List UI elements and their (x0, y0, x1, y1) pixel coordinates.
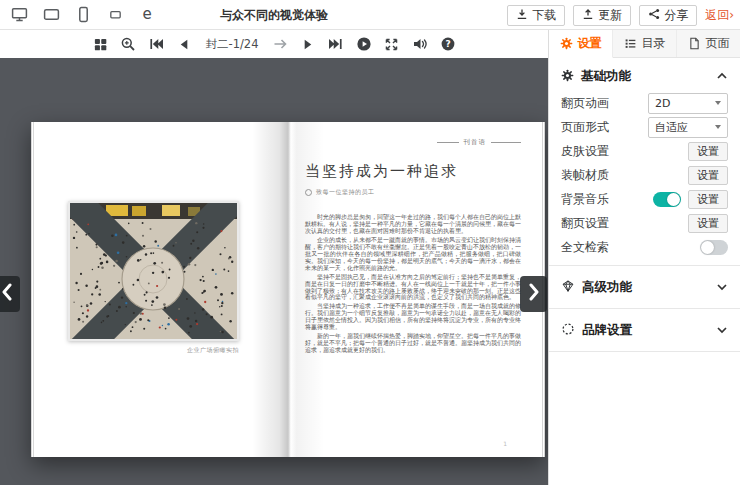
divider (549, 308, 740, 309)
plaza-photo (68, 201, 239, 341)
setting-row-page-mode: 页面形式 自适应 (561, 116, 728, 138)
zoom-in-icon[interactable] (120, 36, 137, 53)
setting-row-fulltext-search: 全文检索 (561, 236, 728, 258)
back-link[interactable]: 返回› (705, 7, 734, 24)
gear-icon (560, 37, 573, 50)
page-mode-select[interactable]: 自适应 (648, 117, 728, 138)
article-byline: 致每一位坚持的员工 (305, 188, 375, 197)
svg-text:?: ? (445, 39, 450, 49)
section-title: 基础功能 (581, 68, 631, 85)
book-page-left[interactable]: 企业广场俯瞰实拍 (31, 122, 288, 457)
rule-line (491, 142, 521, 143)
first-page-icon[interactable] (148, 36, 165, 53)
embed-e-icon[interactable]: e (138, 6, 156, 24)
chevron-right-icon (527, 283, 541, 305)
flipbook-editor-app: e 与众不同的视觉体验 下载 更新 (0, 0, 740, 485)
top-bar: e 与众不同的视觉体验 下载 更新 (0, 0, 740, 30)
page-indicator[interactable]: 封二-1/24 (204, 37, 261, 52)
article-title: 当坚持成为一种追求 (305, 162, 458, 181)
byline-circle-icon (305, 189, 312, 196)
setting-row-skin: 皮肤设置 设置 (561, 140, 728, 162)
tab-settings[interactable]: 设置 (549, 30, 613, 58)
book-spread: 企业广场俯瞰实拍 刊首语 当坚持成为一种追求 致每一位坚持的员工 时光的脚步总是… (31, 122, 545, 457)
diamond-icon (561, 278, 575, 297)
next-page-icon[interactable] (299, 36, 316, 53)
article-paragraph: 当坚持成为一种追求，工作便不再是简单的谋生手段，而是一场自我成就的修行。我们愿意… (305, 303, 521, 331)
flip-settings-button[interactable]: 设置 (688, 214, 728, 233)
section-title: 高级功能 (582, 279, 632, 296)
article-paragraph: 新的一年，愿我们继续怀揣热爱，脚踏实地，仰望星空。把每一件平凡的事做好，就是不平… (305, 333, 521, 354)
fulltext-search-toggle[interactable] (700, 240, 728, 255)
goto-right-arrow-icon[interactable] (271, 36, 288, 53)
book-stage: 企业广场俯瞰实拍 刊首语 当坚持成为一种追求 致每一位坚持的员工 时光的脚步总是… (0, 58, 548, 485)
volume-icon[interactable] (411, 36, 428, 53)
divider (549, 265, 740, 266)
share-button[interactable]: 分享 (639, 5, 697, 26)
background-music-button[interactable]: 设置 (688, 190, 728, 209)
mini-preview-icon[interactable] (106, 6, 124, 24)
share-icon (648, 8, 660, 23)
background-music-toggle[interactable] (653, 192, 681, 207)
article-paragraph: 企业的成长，从来都不是一蹴而就的事情。市场的风云变幻让我们时刻保持清醒，客户的期… (305, 237, 521, 272)
page-file-icon (688, 37, 701, 50)
prev-page-icon[interactable] (176, 36, 193, 53)
chevron-left-icon (0, 283, 14, 305)
sidebar-tabs: 设置 目录 页面 (549, 30, 740, 58)
chevron-right-icon: › (729, 8, 734, 22)
next-spread-arrow[interactable] (520, 276, 547, 312)
column-label: 刊首语 (464, 138, 487, 147)
sidebar-content: 基础功能 翻页动画 2D 页面形式 自适应 (549, 58, 740, 352)
section-brand-header[interactable]: 品牌设置 (561, 316, 728, 344)
binding-material-button[interactable]: 设置 (688, 166, 728, 185)
article-paragraph: 坚持不是固执己见，而是在认准方向之后的笃定前行；坚持也不是简单重复，而是在日复一… (305, 274, 521, 302)
setting-row-background-music: 背景音乐 设置 (561, 188, 728, 210)
prev-spread-arrow[interactable] (0, 276, 20, 312)
autoplay-icon[interactable] (355, 36, 372, 53)
settings-sidebar: 设置 目录 页面 (548, 30, 740, 485)
tablet-preview-icon[interactable] (42, 6, 60, 24)
chevron-down-icon (715, 101, 721, 105)
skin-settings-button[interactable]: 设置 (688, 142, 728, 161)
chevron-down-icon[interactable] (716, 281, 728, 293)
phone-preview-icon[interactable] (74, 6, 92, 24)
rule-line (437, 142, 459, 143)
section-advanced-header[interactable]: 高级功能 (561, 273, 728, 301)
last-page-icon[interactable] (327, 36, 344, 53)
setting-row-flip-settings: 翻页设置 设置 (561, 212, 728, 234)
fullscreen-icon[interactable] (383, 36, 400, 53)
setting-row-flip-animation: 翻页动画 2D (561, 92, 728, 114)
chevron-up-icon[interactable] (716, 70, 728, 82)
tab-pages[interactable]: 页面 (677, 30, 740, 57)
toc-list-icon (624, 37, 637, 50)
setting-row-binding-material: 装帧材质 设置 (561, 164, 728, 186)
help-icon[interactable]: ? (439, 36, 456, 53)
chevron-down-icon[interactable] (716, 324, 728, 336)
section-basic-header[interactable]: 基础功能 (561, 62, 728, 90)
divider (549, 351, 740, 352)
article-body: 时光的脚步总是匆匆，回望这一年走过的路，我们每个人都在自己的岗位上默默耕耘。有人… (305, 214, 521, 356)
gear-icon (561, 67, 574, 86)
article-paragraph: 时光的脚步总是匆匆，回望这一年走过的路，我们每个人都在自己的岗位上默默耕耘。有人… (305, 214, 521, 235)
photo-caption: 企业广场俯瞰实拍 (68, 346, 239, 355)
download-button[interactable]: 下载 (507, 5, 565, 26)
tab-toc[interactable]: 目录 (613, 30, 677, 57)
update-button[interactable]: 更新 (573, 5, 631, 26)
book-page-right[interactable]: 刊首语 当坚持成为一种追求 致每一位坚持的员工 时光的脚步总是匆匆，回望这一年走… (288, 122, 545, 457)
flip-animation-select[interactable]: 2D (648, 93, 728, 114)
device-preview-group: e (0, 6, 156, 24)
topbar-actions: 下载 更新 分享 返回› (507, 0, 734, 30)
page-number: 1 (503, 440, 507, 447)
thumbnails-grid-icon[interactable] (92, 36, 109, 53)
upload-icon (582, 8, 594, 23)
column-label-row: 刊首语 (437, 138, 522, 147)
section-title: 品牌设置 (582, 322, 632, 339)
reader-toolbar: 封二-1/24 (0, 30, 548, 58)
download-icon (516, 8, 528, 23)
brand-circle-icon (561, 321, 575, 340)
chevron-down-icon (715, 125, 721, 129)
desktop-preview-icon[interactable] (10, 6, 28, 24)
